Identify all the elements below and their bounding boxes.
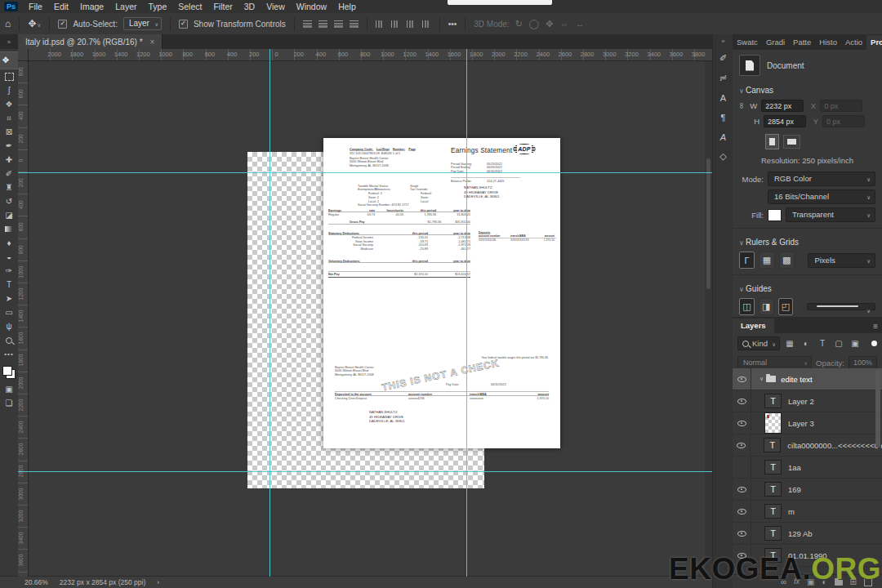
guide-style-select[interactable]: [807, 303, 875, 310]
paragraph-panel-icon[interactable]: ¶: [715, 109, 732, 126]
layers-menu-icon[interactable]: ≡: [869, 322, 882, 333]
panel-tab[interactable]: Patte: [789, 35, 815, 50]
foreground-color-swatch[interactable]: [2, 366, 12, 376]
distribute-bottom-icon[interactable]: [407, 20, 416, 28]
canvas-width-input[interactable]: 2232 px: [761, 100, 804, 112]
layer-visibility-toggle[interactable]: [733, 390, 751, 412]
layer-visibility-toggle[interactable]: [733, 479, 751, 500]
dodge-tool[interactable]: ◒: [1, 250, 17, 264]
layers-scrollbar[interactable]: [875, 370, 880, 448]
more-options-button[interactable]: •••: [448, 20, 457, 29]
toolbar-collapse-icon[interactable]: »: [0, 38, 18, 49]
menu-item[interactable]: Type: [142, 2, 172, 11]
filter-smart-objects-icon[interactable]: ▣: [849, 337, 862, 350]
status-chevron-icon[interactable]: ›: [157, 578, 159, 586]
character-panel-icon[interactable]: A: [715, 89, 732, 106]
toggle-rulers-button[interactable]: Γ: [739, 252, 755, 269]
toggle-grid-button[interactable]: ▦: [759, 252, 774, 269]
clone-stamp-tool[interactable]: ♜: [1, 180, 17, 194]
menu-item[interactable]: File: [23, 2, 48, 11]
move-tool-options-icon[interactable]: ✥∨: [28, 19, 41, 29]
menu-item[interactable]: Help: [332, 2, 362, 11]
layer-filter-toggle[interactable]: [871, 341, 877, 346]
group-expand-icon[interactable]: ∨: [760, 376, 764, 382]
layer-thumbnail[interactable]: T: [764, 394, 782, 408]
menu-item[interactable]: Image: [74, 2, 109, 11]
layer-visibility-toggle[interactable]: [733, 457, 751, 478]
canvas-section-header[interactable]: Canvas: [733, 81, 882, 98]
pen-tool[interactable]: ✑: [1, 264, 17, 278]
menu-item[interactable]: Window: [291, 2, 332, 11]
show-transform-checkbox[interactable]: [179, 20, 188, 29]
quick-mask-icon[interactable]: ▣: [1, 382, 17, 396]
object-selection-tool[interactable]: ❖: [1, 97, 17, 111]
edit-toolbar-button[interactable]: •••: [1, 347, 17, 361]
align-left-icon[interactable]: [303, 20, 312, 28]
ruler-units-select[interactable]: Pixels: [808, 253, 875, 268]
brush-settings-icon[interactable]: ✐: [715, 50, 732, 67]
brush-tool[interactable]: ✐: [1, 167, 17, 180]
guides-section-header[interactable]: Guides: [733, 279, 882, 296]
layer-row[interactable]: T 129 Ab: [733, 523, 882, 545]
color-mode-select[interactable]: RGB Color: [768, 172, 875, 186]
layers-tab[interactable]: Layers: [733, 318, 774, 333]
layer-row[interactable]: T m: [733, 501, 882, 523]
layer-row[interactable]: T 169: [733, 479, 882, 501]
distribute-middle-icon[interactable]: [391, 20, 400, 28]
align-center-h-icon[interactable]: [318, 20, 327, 28]
path-selection-tool[interactable]: ➤: [1, 292, 17, 305]
close-tab-icon[interactable]: ×: [150, 38, 155, 47]
layer-thumbnail[interactable]: T: [764, 482, 782, 497]
filter-adjustment-layers-icon[interactable]: ◐: [800, 337, 813, 350]
layer-row[interactable]: Layer 3: [733, 412, 882, 434]
gradient-tool[interactable]: [1, 222, 17, 236]
frame-tool[interactable]: ⊠: [1, 125, 17, 139]
clear-guides-button[interactable]: ◰: [778, 298, 794, 315]
menu-item[interactable]: View: [261, 2, 291, 11]
crop-tool[interactable]: ⌗: [1, 111, 17, 125]
filter-pixel-layers-icon[interactable]: ▦: [783, 337, 796, 350]
type-tool[interactable]: T: [1, 278, 17, 292]
layer-row[interactable]: T Layer 2: [733, 390, 882, 412]
layer-group-row[interactable]: ∨ edite text: [733, 368, 882, 390]
layer-thumbnail[interactable]: T: [764, 438, 781, 452]
libraries-panel-icon[interactable]: ◇: [715, 148, 732, 165]
hand-tool[interactable]: ψ: [1, 319, 17, 333]
menu-item[interactable]: Select: [172, 2, 207, 11]
layer-row[interactable]: T 1aa: [733, 457, 882, 479]
auto-select-checkbox[interactable]: [58, 20, 67, 29]
horizontal-ruler[interactable]: 2000180016001400120010008006004002000200…: [28, 49, 712, 61]
zoom-tool[interactable]: [1, 333, 17, 347]
layer-filter-select[interactable]: Kind: [737, 336, 780, 350]
align-right-icon[interactable]: [334, 20, 343, 28]
vertical-guide[interactable]: [466, 49, 467, 577]
layer-row[interactable]: T cilta0000000...<<<<<<<<0 d: [733, 434, 882, 457]
glyphs-panel-icon[interactable]: A: [715, 128, 732, 145]
blur-tool[interactable]: ♦: [1, 236, 17, 250]
shape-tool[interactable]: ▭: [1, 305, 17, 319]
layer-thumbnail[interactable]: T: [764, 526, 782, 541]
panel-tab[interactable]: Histo: [815, 35, 841, 50]
menu-item[interactable]: Layer: [109, 2, 142, 11]
horizontal-guide[interactable]: [18, 471, 712, 472]
distribute-left-icon[interactable]: [422, 20, 431, 28]
zoom-level[interactable]: 20.66%: [24, 578, 48, 586]
panel-tab[interactable]: Swatc: [733, 35, 762, 50]
brush-presets-icon[interactable]: ≓: [715, 69, 732, 87]
panel-tab[interactable]: Gradi: [762, 35, 789, 50]
lock-guides-button[interactable]: ◨: [759, 298, 774, 315]
fill-color-swatch[interactable]: [768, 209, 782, 221]
filter-type-layers-icon[interactable]: T: [816, 337, 829, 350]
horizontal-guide[interactable]: [18, 172, 712, 173]
blend-mode-select[interactable]: Normal: [737, 356, 812, 369]
landscape-orientation-button[interactable]: [783, 135, 800, 149]
toggle-guides-button[interactable]: ◫: [739, 298, 755, 315]
filter-shape-layers-icon[interactable]: ▢: [832, 337, 845, 350]
layer-visibility-toggle[interactable]: [733, 368, 751, 390]
canvas-height-input[interactable]: 2854 px: [764, 115, 806, 127]
document-tab[interactable]: Italy id.psd @ 20.7% (RGB/16) * ×: [18, 34, 163, 49]
layer-thumbnail[interactable]: [764, 412, 782, 434]
lasso-tool[interactable]: ʃ: [1, 83, 17, 97]
rulers-grids-section-header[interactable]: Rulers & Grids: [733, 233, 882, 250]
history-brush-tool[interactable]: ↺: [1, 194, 17, 208]
